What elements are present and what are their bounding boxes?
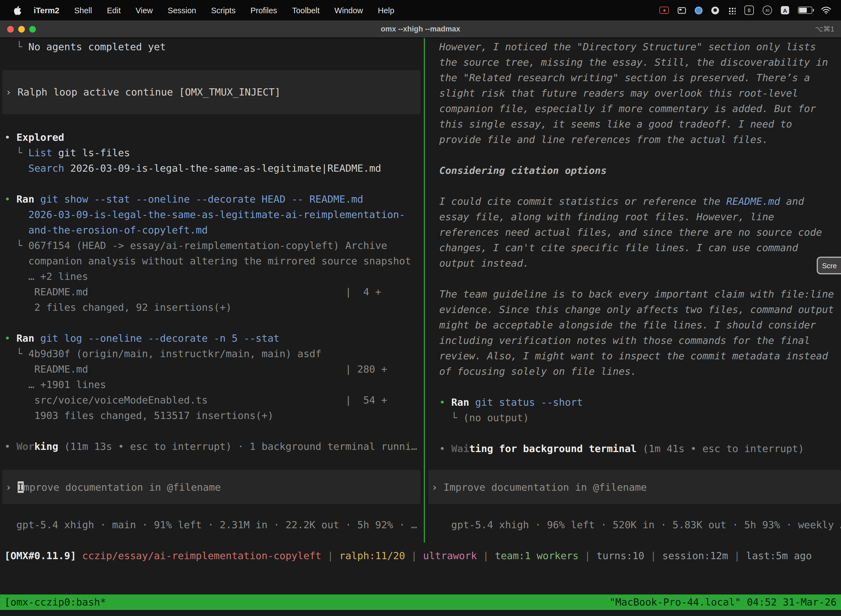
seg-th: However, I noticed the "Directory Struct… (439, 41, 816, 53)
screen-recording-indicator-icon[interactable] (659, 7, 669, 14)
menu-bar-status-icons: 8 .61 A (659, 6, 831, 15)
seg-prompt: › (6, 481, 18, 493)
screen-overlay-button[interactable]: Scre (817, 257, 841, 274)
blank-line (0, 55, 424, 70)
seg-dim: companion analysis without altering the … (4, 255, 411, 267)
seg-fg: Ralph loop active continue [OMX_TMUX_INJ… (18, 86, 281, 98)
close-button[interactable] (7, 26, 14, 32)
seg-omxsep: | (405, 550, 423, 561)
key-8-icon[interactable]: 8 (744, 6, 754, 15)
seg-blue: Search (28, 162, 64, 174)
seg-boldfg: Ran (451, 396, 469, 408)
terminal-line: provide file and line references from th… (425, 132, 841, 147)
battery-percent-icon[interactable]: .61 (763, 6, 772, 15)
blank-line (0, 114, 424, 130)
terminal-line: companion file, especially if more comme… (425, 101, 841, 116)
terminal-line: └ 4b9d30f (origin/main, instructkr/main,… (0, 346, 424, 362)
seg-omxdim: last:5m ago (746, 550, 812, 561)
seg-dim: … +2 lines (4, 270, 88, 282)
blue-app-icon[interactable] (695, 6, 702, 14)
terminal-line: of focusing solely on file lines. (425, 364, 841, 379)
terminal-line: changes, I can't cite specific file line… (425, 240, 841, 255)
terminal-line: evidence. Since this change only affects… (425, 302, 841, 317)
right-status-line: gpt-5.4 xhigh · 96% left · 520K in · 5.8… (425, 517, 841, 532)
terminal-line: README.md | 4 + (0, 284, 424, 300)
seg-blue: List (28, 147, 53, 158)
menu-item-iterm2[interactable]: iTerm2 (34, 6, 59, 15)
blank-line (425, 271, 841, 286)
seg-shh: king (34, 440, 58, 452)
right-pane-scrollback: However, I noticed the "Directory Struct… (425, 38, 841, 456)
window-title: omx --xhigh --madmax (0, 25, 841, 33)
wifi-icon[interactable] (821, 6, 831, 14)
zoom-button[interactable] (29, 26, 36, 32)
round-app-icon[interactable] (711, 6, 719, 14)
terminal-line: references need actual files, and since … (425, 224, 841, 240)
seg-dim: └ (4, 147, 28, 158)
seg-green: • (439, 396, 451, 408)
terminal-line: 2026-03-09-is-legal-the-same-as-legitima… (0, 207, 424, 223)
recording-dot-icon (663, 9, 665, 11)
seg-th: The team guideline is to back every impo… (439, 288, 834, 300)
seg-th: the "Related research writing" section i… (439, 72, 810, 84)
terminal-area: └ No agents completed yet› Ralph loop ac… (0, 38, 841, 543)
seg-dim (4, 162, 28, 174)
blank-line (0, 176, 424, 192)
window-shortcut-hint: ⌥⌘1 (815, 25, 841, 33)
minimize-button[interactable] (18, 26, 25, 32)
seg-omxsep: | (477, 550, 495, 561)
tmux-host-clock: "MacBook-Pro-44.local" 04:52 31-Mar-26 (609, 594, 837, 610)
menu-item-view[interactable]: View (135, 6, 152, 15)
seg-omxgreen: team:1 workers (495, 550, 578, 561)
battery-icon[interactable] (798, 7, 812, 14)
seg-th: changes, I can't cite specific file line… (439, 242, 798, 253)
menu-item-toolbelt[interactable]: Toolbelt (292, 6, 319, 15)
seg-th: might be acceptable alongside the file l… (439, 319, 816, 331)
left-prompt-input[interactable]: › Improve documentation in @filename (2, 470, 420, 504)
menu-item-profiles[interactable]: Profiles (251, 6, 277, 15)
terminal-line: └ 067f154 (HEAD -> essay/ai-reimplementa… (0, 238, 424, 253)
seg-th: essay file, along with finding root file… (439, 211, 774, 223)
seg-dim: src/voice/voiceModeEnabled.ts | 54 + (4, 394, 387, 406)
menu-item-session[interactable]: Session (168, 6, 196, 15)
seg-th: the source tree, missing the essay. Stil… (439, 56, 828, 68)
grid-icon[interactable] (678, 7, 686, 13)
seg-blue: 2026-03-09-is-legal-the-same-as-legitima… (4, 209, 405, 220)
seg-inputtext: mprove documentation in @filename (23, 481, 221, 493)
menu-item-scripts[interactable]: Scripts (211, 6, 236, 15)
seg-omxsep: | (728, 550, 746, 561)
seg-th: review. Also, I might want to inspect th… (439, 350, 828, 362)
seg-th: references need actual files, and since … (439, 226, 822, 238)
terminal-line: this single essay, it seems like a good … (425, 116, 841, 132)
seg-green: • (4, 193, 16, 205)
seg-omxsep: | (644, 550, 662, 561)
blank-line (425, 147, 841, 163)
menu-bar: iTerm2ShellEditViewSessionScriptsProfile… (0, 0, 841, 21)
tmux-session-label[interactable]: [omx-cczip0:bash* (4, 594, 106, 610)
input-source-icon[interactable]: A (781, 6, 789, 14)
seg-th: including verification notes with those … (439, 334, 810, 346)
right-prompt-input[interactable]: › Improve documentation in @filename (428, 470, 841, 504)
left-pane: └ No agents completed yet› Ralph loop ac… (0, 38, 424, 543)
blank-line (425, 379, 841, 395)
seg-thb: Considering citation options (439, 164, 607, 176)
seg-dim: README.md | 4 + (4, 286, 381, 298)
terminal-line: • Working (11m 13s • esc to interrupt) ·… (0, 439, 424, 454)
seg-omxdim: session:12m (662, 550, 728, 561)
menu-item-window[interactable]: Window (334, 6, 363, 15)
menu-item-help[interactable]: Help (378, 6, 394, 15)
dots-grid-icon[interactable] (728, 6, 736, 14)
round-app-glyph (711, 6, 719, 14)
menu-item-edit[interactable]: Edit (107, 6, 120, 15)
terminal-line: and-the-erosion-of-copyleft.md (0, 223, 424, 238)
menu-item-shell[interactable]: Shell (74, 6, 92, 15)
omx-status-bar: [OMX#0.11.9] cczip/essay/ai-reimplementa… (0, 548, 841, 563)
terminal-line: • Ran git status --short (425, 395, 841, 410)
seg-th: companion file, especially if more comme… (439, 103, 816, 114)
terminal-line: └ (no output) (425, 410, 841, 425)
blank-line (425, 425, 841, 441)
apple-menu[interactable] (13, 5, 22, 15)
screen: iTerm2ShellEditViewSessionScriptsProfile… (0, 0, 841, 616)
seg-th: and (780, 195, 804, 207)
terminal-line: essay file, along with finding root file… (425, 209, 841, 224)
